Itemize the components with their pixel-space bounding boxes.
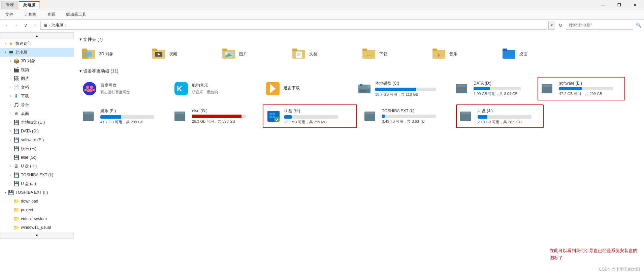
ribbon-view[interactable]: 查看	[44, 10, 58, 19]
sidebar-scroll-up[interactable]: ▲	[0, 32, 74, 39]
svg-rect-56	[272, 113, 275, 115]
minimize-button[interactable]: —	[595, 0, 611, 10]
sidebar-item-udisk-j[interactable]: › 💾 U 盘 (J:)	[0, 179, 74, 188]
sidebar-item-download-folder[interactable]: 📁 download	[0, 197, 74, 206]
folder-item-desktop[interactable]: 桌面	[500, 45, 567, 63]
sidebar-item-this-pc[interactable]: ▾ 💻 此电脑	[0, 48, 74, 57]
restore-button[interactable]: ❐	[611, 0, 627, 10]
drive-item-data-d[interactable]: DATA (D:) 1.99 GB 可用，共 3.04 GB	[453, 77, 534, 100]
drive-item-toshiba-i[interactable]: TOSHIBA EXT (I:) 3.43 TB 可用，共 3.63 TB	[361, 104, 452, 128]
sidebar-item-local-c[interactable]: › 💾 本地磁盘 (C:)	[0, 118, 74, 127]
sidebar-item-desktop[interactable]: › 🖥 桌面	[0, 109, 74, 118]
expand-icon: ›	[8, 58, 13, 64]
drive-item-entertainment-f[interactable]: 娱乐 (F:) 41.7 GB 可用，共 299 GB	[79, 104, 167, 128]
sidebar-item-project[interactable]: 📁 project	[0, 206, 74, 214]
svg-rect-47	[457, 85, 466, 87]
folder-item-3d[interactable]: 3D 对象	[79, 45, 147, 63]
drive-item-kugou[interactable]: K 酷狗音乐 听音乐，用酷狗	[171, 77, 259, 100]
hdd-g-icon: 💾	[13, 155, 19, 160]
expand-icon: ›	[8, 181, 13, 186]
address-dropdown-button[interactable]: ▾	[548, 21, 555, 30]
nav-back-button[interactable]: ‹	[3, 21, 11, 29]
sidebar-item-video[interactable]: › 🎬 视频	[0, 65, 74, 74]
baidu-info: 百度网盘 双击运行百度网盘	[100, 83, 164, 95]
folder-virtual-icon: 📁	[13, 216, 19, 221]
folder-project-icon: 📁	[13, 207, 19, 213]
drive-h-bar-fill	[284, 115, 292, 119]
sidebar-item-software-e[interactable]: › 💾 software (E:)	[0, 135, 74, 144]
sidebar-item-virtual-system[interactable]: 📁 virtual_system	[0, 214, 74, 223]
sidebar-item-toshiba-ext[interactable]: ▾ 💾 TOSHIBA EXT (I:)	[0, 188, 74, 197]
folder-downloads-icon	[362, 47, 376, 61]
udisk-h-icon	[266, 109, 281, 124]
sidebar-item-udisk-h[interactable]: › 🖥 U 盘 (H:)	[0, 162, 74, 171]
nav-forward-button[interactable]: ›	[12, 21, 20, 29]
svg-point-31	[90, 86, 93, 89]
svg-rect-19	[297, 55, 299, 56]
sidebar-item-docs[interactable]: › 📄 文档	[0, 83, 74, 92]
drive-c-bar-bg	[375, 88, 436, 91]
svg-rect-45	[361, 85, 362, 85]
title-tabs: 管理 此电脑	[1, 1, 595, 9]
folder-item-docs[interactable]: 文档	[290, 45, 357, 63]
sidebar-item-window11[interactable]: 📁 window11_usual	[0, 223, 74, 232]
expand-icon: ›	[8, 111, 13, 116]
ribbon-file[interactable]: 文件	[3, 10, 16, 19]
expand-icon: ›	[8, 120, 13, 125]
drive-e-bar-fill	[559, 87, 582, 90]
software-e-info: software (E:) 47.2 GB 可用，共 299 GB	[559, 81, 622, 96]
drive-f-bar-bg	[100, 115, 154, 119]
nav-up-button[interactable]: ↑	[31, 21, 39, 29]
drive-item-udisk-j[interactable]: U 盘 (J:) 23.8 GB 可用，共 28.9 GB	[456, 104, 544, 128]
sidebar-item-3d[interactable]: › 📦 3D 对象	[0, 57, 74, 65]
svg-rect-25	[432, 49, 437, 51]
sidebar-item-music[interactable]: › 🎵 音乐	[0, 100, 74, 109]
folder-3d-icon	[82, 47, 96, 61]
video-icon: 🎬	[13, 67, 19, 72]
drive-item-else-g[interactable]: else (G:) 26.3 GB 可用，共 328 GB	[171, 104, 259, 128]
svg-rect-63	[461, 112, 470, 114]
folder-item-downloads[interactable]: 下载	[360, 45, 427, 63]
sidebar-item-data-d[interactable]: › 💾 DATA (D:)	[0, 127, 74, 135]
close-button[interactable]: ✕	[627, 0, 643, 10]
sidebar-item-entertainment-f[interactable]: › 💾 娱乐 (F:)	[0, 144, 74, 153]
nav-down-button[interactable]: ∨	[22, 21, 30, 29]
sidebar-item-else-g[interactable]: › 💾 else (G:)	[0, 153, 74, 162]
sidebar-item-quick-access[interactable]: › ★ 快速访问	[0, 39, 74, 48]
drive-item-xunlei[interactable]: 迅雷下载	[263, 77, 350, 100]
annotation-line1: 在此可以看到我们引导盘已经是系统安装盘的	[550, 247, 637, 254]
folder-item-pictures[interactable]: 图片	[220, 45, 287, 63]
svg-rect-18	[297, 54, 301, 55]
sidebar-item-downloads[interactable]: › ⬇ 下载	[0, 92, 74, 100]
folder-item-music[interactable]: ♪ 音乐	[430, 45, 497, 63]
expand-icon: ▾	[3, 50, 8, 55]
drive-item-local-c[interactable]: 本地磁盘 (C:) 38.7 GB 可用，共 118 GB	[354, 77, 449, 100]
expand-icon: ▾	[3, 190, 8, 195]
svg-point-29	[83, 82, 96, 95]
svg-point-32	[87, 89, 92, 92]
sidebar-item-pictures[interactable]: › 🖼 图片	[0, 74, 74, 83]
svg-text:♪: ♪	[437, 52, 440, 58]
entertainment-f-info: 娱乐 (F:) 41.7 GB 可用，共 299 GB	[100, 108, 164, 125]
search-input[interactable]	[566, 21, 633, 30]
folder-item-video[interactable]: 视频	[150, 45, 217, 63]
drive-item-software-e[interactable]: software (E:) 47.2 GB 可用，共 299 GB	[538, 77, 625, 100]
tab-manage[interactable]: 管理	[1, 1, 18, 9]
folders-section-header[interactable]: ▾ 文件夹 (7)	[79, 36, 639, 42]
drive-g-bar-bg	[192, 115, 246, 118]
hdd-e-icon	[541, 81, 556, 96]
drives-section-header[interactable]: ▾ 设备和驱动器 (11)	[79, 68, 639, 74]
drive-item-udisk-h[interactable]: U 盘 (H:) 256 MB 可用，共 299 MB	[263, 104, 357, 128]
drive-i-bar-bg	[382, 115, 436, 118]
folder-window11-icon: 📁	[13, 225, 19, 230]
sidebar-item-toshiba-i[interactable]: › 💾 TOSHIBA EXT (I:)	[0, 171, 74, 179]
sidebar-scroll-down[interactable]: ▼	[0, 232, 74, 239]
expand-icon: ›	[8, 137, 13, 143]
ribbon: 文件 计算机 查看 驱动器工具	[0, 10, 644, 20]
ribbon-computer[interactable]: 计算机	[22, 10, 39, 19]
tab-thispc[interactable]: 此电脑	[19, 1, 40, 9]
refresh-button[interactable]: ↻	[556, 21, 565, 29]
address-path[interactable]: 🖥 › 此电脑 ›	[40, 21, 547, 30]
folder-video-icon	[152, 47, 166, 61]
drive-item-baidu[interactable]: 百度网盘 双击运行百度网盘	[79, 77, 167, 100]
